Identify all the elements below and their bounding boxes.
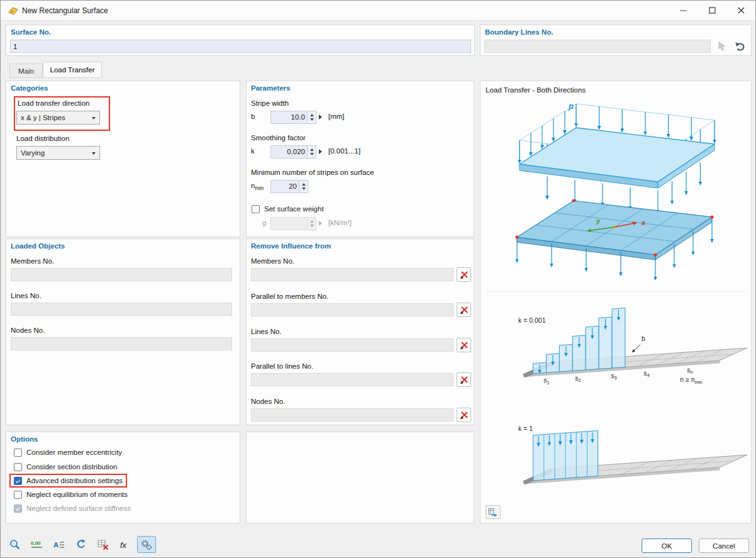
load-transfer-direction-label: Load transfer direction: [18, 99, 89, 107]
ri-parallel-lines-remove-button[interactable]: [457, 372, 471, 387]
close-button[interactable]: [727, 1, 755, 20]
members-no-input[interactable]: [11, 268, 232, 281]
stripe-width-input[interactable]: 10.0: [270, 111, 316, 124]
load-distribution-select[interactable]: Varying: [16, 146, 100, 160]
checkbox[interactable]: [14, 477, 22, 485]
option-consider-member-eccentricity[interactable]: Consider member eccentricity: [9, 445, 126, 459]
b-pointer-arrow: [632, 345, 640, 352]
ri-members-input[interactable]: [251, 268, 453, 281]
checkbox[interactable]: [14, 491, 22, 499]
titlebar[interactable]: New Rectangular Surface: [1, 1, 755, 21]
option-consider-section-distribution[interactable]: Consider section distribution: [9, 460, 121, 474]
ri-nodes-remove-button[interactable]: [457, 408, 471, 422]
load-distribution-value: Varying: [21, 149, 45, 157]
toolbar-function-button[interactable]: fx: [116, 536, 135, 553]
boundary-lines-input[interactable]: [484, 40, 711, 53]
ri-lines-label: Lines No.: [251, 328, 282, 335]
k-symbol: k: [251, 147, 255, 155]
preview-options-button[interactable]: [486, 505, 501, 519]
svg-text:sn: sn: [687, 366, 692, 376]
svg-text:fx: fx: [120, 540, 127, 550]
k-unit: [0.001...1]: [328, 147, 360, 155]
checkbox: [14, 505, 22, 513]
load-transfer-direction-select[interactable]: x & y | Stripes: [16, 111, 100, 125]
delete-table-icon: [97, 538, 109, 551]
smoothing-factor-value: 0.020: [271, 146, 307, 158]
chevron-down-icon: [92, 152, 96, 155]
empty-panel: [246, 432, 474, 523]
spinner-buttons[interactable]: [307, 111, 316, 123]
revert-boundary-button[interactable]: [733, 39, 748, 53]
parameters-title: Parameters: [251, 84, 291, 92]
b-unit: [mm]: [328, 113, 345, 120]
toolbar-generated-settings-button[interactable]: [137, 536, 156, 553]
smoothing-factor-input[interactable]: 0.020: [270, 145, 316, 159]
ri-parallel-lines-input[interactable]: [251, 373, 453, 386]
remove-pick-icon: [460, 306, 469, 315]
uniform-stripe-block: [533, 431, 598, 481]
k2-label: k = 1: [518, 425, 533, 432]
tab-main[interactable]: Main: [9, 64, 43, 78]
load-distribution-label: Load distribution: [16, 135, 69, 142]
tab-load-transfer[interactable]: Load Transfer: [43, 62, 102, 78]
ri-nodes-input[interactable]: [251, 408, 453, 421]
g-unit: [kN/m²]: [328, 219, 352, 226]
option-advanced-distribution-settings[interactable]: Advanced distribution settings: [9, 474, 127, 488]
cancel-button[interactable]: Cancel: [699, 538, 749, 553]
smoothing-factor-expander[interactable]: [319, 149, 322, 154]
parameters-group: Parameters Stripe width b 10.0 [mm] Smoo…: [246, 81, 474, 237]
magnifier-icon: [9, 538, 21, 551]
y-axis-label: y: [596, 217, 601, 225]
ri-lines-remove-button[interactable]: [457, 338, 471, 352]
ri-nodes-label: Nodes No.: [251, 398, 285, 405]
g-symbol: g: [262, 219, 266, 226]
window-title: New Rectangular Surface: [22, 6, 108, 15]
option-label: Advanced distribution settings: [26, 477, 123, 484]
checkbox[interactable]: [14, 463, 22, 471]
toolbar-units-button[interactable]: 0,00: [28, 536, 47, 553]
checkbox[interactable]: [14, 449, 22, 457]
ri-parallel-members-remove-button[interactable]: [457, 303, 471, 317]
set-surface-weight-row[interactable]: Set surface weight: [247, 202, 328, 216]
sort-list-icon: A: [53, 538, 65, 551]
preview-panel: Load Transfer - Both Directions p: [480, 81, 752, 523]
maximize-button[interactable]: [698, 1, 726, 20]
stripe-width-value: 10.0: [271, 111, 307, 123]
option-neglect-equilibrium-of-moments[interactable]: Neglect equilibrium of moments: [9, 488, 132, 501]
svg-text:s3: s3: [611, 372, 616, 381]
toolbar-regenerate-button[interactable]: [72, 536, 91, 553]
toolbar-delete-button[interactable]: [94, 536, 113, 553]
n-condition-label: n ≥ nmin: [680, 376, 702, 385]
ri-members-remove-button[interactable]: [457, 267, 471, 282]
min-stripes-input[interactable]: 20: [270, 180, 308, 193]
lines-no-input[interactable]: [11, 303, 232, 316]
stripe-width-b-label: b: [642, 335, 645, 342]
k1-label: k = 0.001: [518, 316, 546, 324]
toolbar-find-button[interactable]: [6, 536, 25, 553]
stripe-width-expander[interactable]: [319, 114, 322, 120]
undo-arrow-icon: [735, 41, 746, 51]
load-transfer-direction-value: x & y | Stripes: [21, 114, 65, 121]
surface-weight-input[interactable]: [270, 217, 316, 230]
decimal-places-icon: 0,00: [30, 538, 44, 551]
select-boundary-button[interactable]: [714, 39, 730, 53]
nodes-no-input[interactable]: [11, 337, 232, 350]
ri-lines-input[interactable]: [251, 338, 453, 352]
categories-title: Categories: [11, 84, 48, 92]
transfer-surface-plate: [515, 199, 713, 260]
remove-influence-title: Remove Influence from: [251, 242, 331, 250]
ok-button[interactable]: OK: [642, 538, 692, 553]
loaded-objects-group: Loaded Objects Members No. Lines No. Nod…: [6, 238, 240, 425]
set-surface-weight-checkbox[interactable]: [252, 205, 260, 213]
boundary-lines-group: Boundary Lines No.: [480, 25, 752, 56]
spinner-buttons[interactable]: [307, 146, 316, 158]
svg-text:A: A: [53, 541, 58, 549]
b-symbol: b: [251, 113, 255, 120]
minimize-button[interactable]: [669, 1, 697, 20]
ri-parallel-members-input[interactable]: [251, 303, 453, 316]
spinner-buttons[interactable]: [299, 181, 308, 193]
toolbar-list-button[interactable]: A: [50, 536, 69, 553]
dialog-icon: [8, 5, 19, 18]
surface-no-input[interactable]: 1: [10, 40, 471, 53]
chevron-down-icon: [92, 117, 96, 120]
